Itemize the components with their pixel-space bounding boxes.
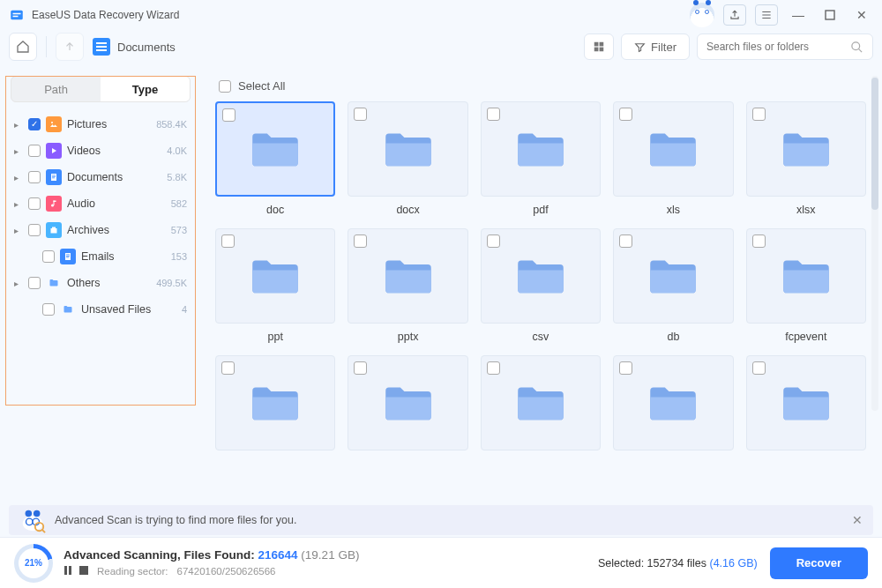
close-button[interactable]: ✕ <box>850 4 873 26</box>
sidebar-item-videos[interactable]: ▸Videos4.0K <box>9 138 192 164</box>
sidebar-item-pictures[interactable]: ▸Pictures858.4K <box>9 111 192 138</box>
tile-checkbox[interactable] <box>222 108 235 122</box>
minimize-button[interactable]: — <box>787 4 810 26</box>
share-icon[interactable] <box>723 4 746 26</box>
tile-checkbox[interactable] <box>752 361 766 375</box>
svg-rect-14 <box>52 176 56 177</box>
folder-tile-pptx[interactable]: pptx <box>348 228 467 343</box>
category-checkbox[interactable] <box>28 224 41 236</box>
filter-button[interactable]: Filter <box>621 33 690 60</box>
expand-arrow-icon[interactable] <box>28 305 37 315</box>
svg-rect-32 <box>64 566 67 575</box>
recover-button[interactable]: Recover <box>770 547 868 579</box>
assistant-mascot-icon[interactable] <box>690 3 714 27</box>
tile-box[interactable] <box>348 101 467 197</box>
folder-tile-db[interactable]: db <box>613 228 733 343</box>
tile-box[interactable] <box>215 355 335 450</box>
tile-checkbox[interactable] <box>354 234 367 248</box>
sidebar-item-audio[interactable]: ▸Audio582 <box>9 190 192 217</box>
tile-checkbox[interactable] <box>354 361 367 375</box>
pause-button[interactable] <box>64 564 72 577</box>
stop-button[interactable] <box>79 564 88 577</box>
folder-tile-fcpevent[interactable]: fcpevent <box>746 228 866 343</box>
tile-box[interactable] <box>215 228 335 324</box>
category-checkbox[interactable] <box>28 145 41 157</box>
expand-arrow-icon[interactable]: ▸ <box>14 146 23 156</box>
tile-checkbox[interactable] <box>619 234 632 248</box>
tile-checkbox[interactable] <box>221 234 235 248</box>
tile-checkbox[interactable] <box>354 108 367 121</box>
search-input[interactable] <box>706 41 843 53</box>
folder-tile-row3-10[interactable] <box>215 355 335 458</box>
tile-box[interactable] <box>348 228 467 324</box>
banner-close-icon[interactable]: ✕ <box>852 513 863 527</box>
tile-box[interactable] <box>215 101 335 197</box>
expand-arrow-icon[interactable] <box>28 252 37 262</box>
expand-arrow-icon[interactable]: ▸ <box>14 120 23 130</box>
category-label: Emails <box>81 250 166 263</box>
tile-box[interactable] <box>481 101 601 197</box>
tile-checkbox[interactable] <box>619 108 632 121</box>
tile-box[interactable] <box>613 101 733 197</box>
search-icon <box>850 41 863 54</box>
app-title: EaseUS Data Recovery Wizard <box>32 9 179 21</box>
folder-tile-xlsx[interactable]: xlsx <box>746 101 866 216</box>
breadcrumb[interactable]: Documents <box>93 38 575 56</box>
tile-box[interactable] <box>746 101 866 197</box>
folder-tile-csv[interactable]: csv <box>481 228 601 343</box>
select-all-checkbox[interactable] <box>219 80 231 93</box>
tab-type[interactable]: Type <box>101 77 190 101</box>
folder-tile-row3-13[interactable] <box>613 355 733 458</box>
category-checkbox[interactable] <box>42 303 55 316</box>
tile-checkbox[interactable] <box>221 361 235 375</box>
sidebar-item-documents[interactable]: ▸Documents5.8K <box>9 164 192 190</box>
tile-checkbox[interactable] <box>487 234 500 248</box>
tile-checkbox[interactable] <box>487 108 500 121</box>
menu-icon[interactable] <box>755 4 778 26</box>
sidebar-item-others[interactable]: ▸Others499.5K <box>9 270 192 296</box>
category-checkbox[interactable] <box>28 118 41 130</box>
sidebar-item-emails[interactable]: Emails153 <box>9 243 192 270</box>
folder-tile-doc[interactable]: doc <box>215 101 335 216</box>
tile-box[interactable] <box>348 355 467 450</box>
up-button[interactable] <box>56 33 84 61</box>
tile-box[interactable] <box>746 355 866 450</box>
folder-tile-pdf[interactable]: pdf <box>481 101 601 216</box>
sidebar-item-archives[interactable]: ▸Archives573 <box>9 217 192 243</box>
category-checkbox[interactable] <box>42 250 55 263</box>
expand-arrow-icon[interactable]: ▸ <box>14 199 23 209</box>
folder-tile-ppt[interactable]: ppt <box>215 228 335 343</box>
maximize-button[interactable] <box>818 4 841 26</box>
home-button[interactable] <box>9 33 37 61</box>
folder-tile-xls[interactable]: xls <box>613 101 733 216</box>
tile-checkbox[interactable] <box>487 361 500 375</box>
folder-tile-docx[interactable]: docx <box>348 101 467 216</box>
tile-box[interactable] <box>613 228 733 324</box>
expand-arrow-icon[interactable]: ▸ <box>14 173 23 182</box>
blue-category-icon <box>46 169 62 185</box>
scrollbar-thumb[interactable] <box>871 78 878 210</box>
category-checkbox[interactable] <box>28 171 41 183</box>
tile-checkbox[interactable] <box>619 361 632 375</box>
folder-tile-row3-12[interactable] <box>481 355 601 458</box>
tab-path[interactable]: Path <box>11 77 101 101</box>
select-all-row[interactable]: Select All <box>215 76 866 101</box>
tile-box[interactable] <box>746 228 866 324</box>
folder-tile-row3-14[interactable] <box>746 355 866 458</box>
expand-arrow-icon[interactable]: ▸ <box>14 279 23 288</box>
tile-box[interactable] <box>481 228 601 324</box>
sidebar-item-unsaved-files[interactable]: Unsaved Files4 <box>9 296 192 323</box>
category-checkbox[interactable] <box>28 197 41 210</box>
svg-rect-3 <box>826 11 834 19</box>
svg-rect-20 <box>52 227 56 229</box>
tile-checkbox[interactable] <box>752 108 766 121</box>
grid-view-button[interactable] <box>584 33 614 60</box>
search-box[interactable] <box>697 33 873 60</box>
tile-box[interactable] <box>613 355 733 450</box>
category-checkbox[interactable] <box>28 277 41 289</box>
tile-checkbox[interactable] <box>752 234 766 248</box>
scrollbar[interactable] <box>871 76 878 411</box>
folder-tile-row3-11[interactable] <box>348 355 467 458</box>
tile-box[interactable] <box>481 355 601 450</box>
expand-arrow-icon[interactable]: ▸ <box>14 226 23 235</box>
